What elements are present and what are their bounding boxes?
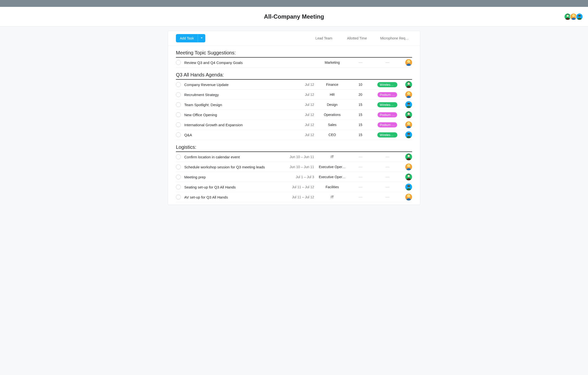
task-lead-team[interactable]: Facilities — [318, 185, 347, 189]
task-microphone[interactable]: — — [374, 60, 401, 65]
task-date[interactable]: Jul 12 — [288, 93, 318, 97]
task-lead-team[interactable]: IT — [318, 155, 347, 159]
task-microphone[interactable]: Podium … — [374, 122, 401, 127]
task-name[interactable]: Meeting prep — [184, 175, 288, 179]
task-assignee[interactable] — [401, 174, 412, 180]
avatar[interactable] — [405, 81, 412, 88]
task-microphone[interactable]: Podium … — [374, 92, 401, 97]
task-assignee[interactable] — [401, 101, 412, 108]
task-date[interactable]: Jul 1 – Jul 3 — [288, 175, 318, 179]
task-name[interactable]: Seating set-up for Q3 All Hands — [184, 185, 288, 189]
complete-checkbox[interactable] — [176, 102, 181, 107]
avatar[interactable] — [405, 111, 412, 118]
task-row[interactable]: AV set-up for Q3 All HandsJul 11 – Jul 1… — [176, 192, 412, 202]
avatar[interactable] — [576, 13, 583, 20]
task-row[interactable]: Seating set-up for Q3 All HandsJul 11 – … — [176, 182, 412, 192]
add-task-button[interactable]: Add Task — [176, 34, 198, 42]
section-title[interactable]: Q3 All Hands Agenda: — [176, 68, 412, 80]
task-date[interactable]: Jul 12 — [288, 113, 318, 117]
task-lead-team[interactable]: Design — [318, 103, 347, 107]
task-date[interactable]: Jun 10 – Jun 11 — [288, 155, 318, 159]
task-row[interactable]: Confirm location in calendar eventJun 10… — [176, 152, 412, 162]
task-assignee[interactable] — [401, 184, 412, 190]
task-row[interactable]: Recruitment StrategyJul 12HR20Podium … — [176, 90, 412, 100]
task-row[interactable]: Team Spotlight: DesignJul 12Design15Wire… — [176, 100, 412, 110]
task-row[interactable]: Schedule workshop session for Q3 meeting… — [176, 162, 412, 172]
task-lead-team[interactable]: Operations — [318, 113, 347, 117]
task-microphone[interactable]: Wireless… — [374, 82, 401, 87]
section-title[interactable]: Logistics: — [176, 140, 412, 152]
task-allotted-time[interactable]: 15 — [347, 133, 374, 137]
task-allotted-time[interactable]: 10 — [347, 83, 374, 87]
task-row[interactable]: Meeting prepJul 1 – Jul 3Executive Oper…… — [176, 172, 412, 182]
add-task-dropdown-button[interactable] — [198, 34, 205, 42]
task-assignee[interactable] — [401, 153, 412, 160]
task-name[interactable]: Review Q3 and Q4 Company Goals — [184, 61, 288, 65]
task-name[interactable]: Recruitment Strategy — [184, 93, 288, 97]
complete-checkbox[interactable] — [176, 195, 181, 200]
task-allotted-time[interactable]: — — [347, 175, 374, 179]
microphone-pill[interactable]: Podium … — [378, 122, 397, 127]
microphone-pill[interactable]: Podium … — [378, 112, 397, 117]
complete-checkbox[interactable] — [176, 175, 181, 179]
task-allotted-time[interactable]: — — [347, 155, 374, 159]
section-title[interactable]: Meeting Topic Suggestions: — [176, 46, 412, 58]
task-allotted-time[interactable]: 15 — [347, 113, 374, 117]
avatar[interactable] — [405, 121, 412, 128]
task-date[interactable]: Jul 12 — [288, 123, 318, 127]
task-allotted-time[interactable]: 15 — [347, 123, 374, 127]
task-microphone[interactable]: Wireless… — [374, 102, 401, 107]
task-name[interactable]: Schedule workshop session for Q3 meeting… — [184, 165, 288, 169]
avatar[interactable] — [405, 101, 412, 108]
task-name[interactable]: Confirm location in calendar event — [184, 155, 288, 159]
microphone-pill[interactable]: Podium … — [378, 92, 397, 97]
task-assignee[interactable] — [401, 81, 412, 88]
microphone-pill[interactable]: Wireless… — [377, 132, 397, 138]
avatar[interactable] — [405, 194, 412, 200]
microphone-pill[interactable]: Wireless… — [377, 82, 397, 87]
task-assignee[interactable] — [401, 131, 412, 138]
task-row[interactable]: Company Revenue UpdateJul 12Finance10Wir… — [176, 80, 412, 90]
task-lead-team[interactable]: Sales — [318, 123, 347, 127]
task-assignee[interactable] — [401, 163, 412, 170]
task-name[interactable]: AV set-up for Q3 All Hands — [184, 195, 288, 199]
task-date[interactable]: Jul 12 — [288, 103, 318, 107]
task-allotted-time[interactable]: — — [347, 185, 374, 189]
complete-checkbox[interactable] — [176, 92, 181, 97]
task-date[interactable]: Jul 12 — [288, 83, 318, 87]
task-row[interactable]: Q&AJul 12CEO15Wireless… — [176, 130, 412, 140]
task-allotted-time[interactable]: — — [347, 60, 374, 65]
task-allotted-time[interactable]: — — [347, 165, 374, 169]
complete-checkbox[interactable] — [176, 154, 181, 159]
task-date[interactable]: Jun 10 – Jun 11 — [288, 165, 318, 169]
task-microphone[interactable]: — — [374, 185, 401, 189]
task-lead-team[interactable]: HR — [318, 93, 347, 97]
task-assignee[interactable] — [401, 111, 412, 118]
task-microphone[interactable]: Wireless… — [374, 132, 401, 138]
task-name[interactable]: Team Spotlight: Design — [184, 103, 288, 107]
task-date[interactable]: Jul 11 – Jul 12 — [288, 195, 318, 199]
task-microphone[interactable]: Podium … — [374, 112, 401, 117]
task-name[interactable]: New Office Opening — [184, 113, 288, 117]
task-date[interactable]: Jul 11 – Jul 12 — [288, 185, 318, 189]
task-lead-team[interactable]: IT — [318, 195, 347, 199]
avatar[interactable] — [405, 59, 412, 66]
column-header-microphone[interactable]: Microphone Req… — [375, 36, 412, 40]
task-microphone[interactable]: — — [374, 155, 401, 159]
avatar[interactable] — [405, 131, 412, 138]
avatar[interactable] — [405, 91, 412, 98]
complete-checkbox[interactable] — [176, 82, 181, 87]
task-name[interactable]: Company Revenue Update — [184, 83, 288, 87]
task-date[interactable]: Jul 12 — [288, 133, 318, 137]
complete-checkbox[interactable] — [176, 185, 181, 189]
task-allotted-time[interactable]: — — [347, 195, 374, 199]
task-row[interactable]: International Growth and ExpansionJul 12… — [176, 120, 412, 130]
task-name[interactable]: Q&A — [184, 133, 288, 137]
column-header-lead-team[interactable]: Lead Team — [309, 36, 339, 40]
task-assignee[interactable] — [401, 194, 412, 200]
avatar[interactable] — [405, 153, 412, 160]
task-name[interactable]: International Growth and Expansion — [184, 123, 288, 127]
avatar[interactable] — [405, 163, 412, 170]
avatar[interactable] — [405, 184, 412, 190]
task-assignee[interactable] — [401, 121, 412, 128]
